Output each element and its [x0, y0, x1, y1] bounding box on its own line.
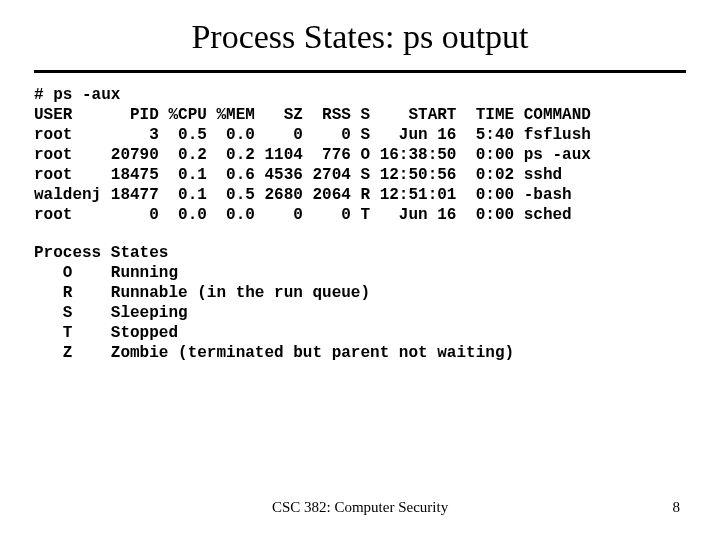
page-title: Process States: ps output: [0, 0, 720, 64]
footer-course: CSC 382: Computer Security: [0, 499, 720, 516]
footer-page: 8: [673, 499, 681, 516]
process-states-block: Process States O Running R Runnable (in …: [34, 243, 686, 363]
title-rule: [34, 70, 686, 73]
slide: Process States: ps output # ps -aux USER…: [0, 0, 720, 540]
ps-output: # ps -aux USER PID %CPU %MEM SZ RSS S ST…: [34, 85, 686, 225]
